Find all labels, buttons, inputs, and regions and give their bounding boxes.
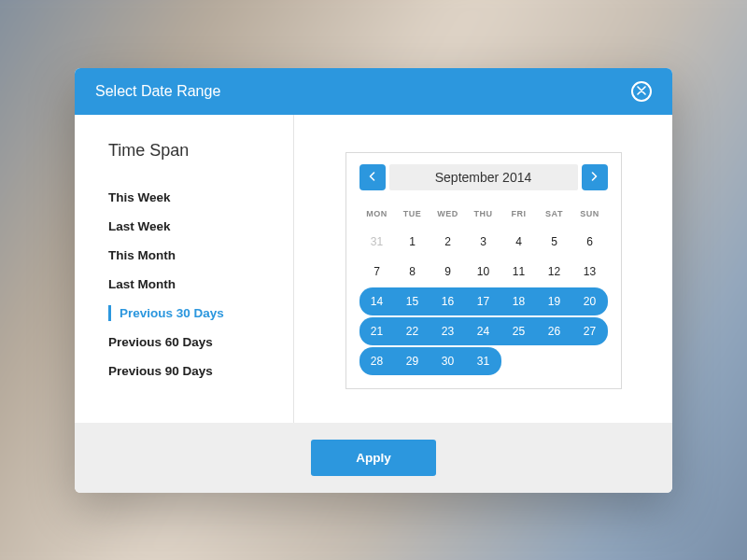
calendar-dow: MON <box>359 203 395 226</box>
calendar-day[interactable]: 22 <box>395 317 430 345</box>
calendar-day[interactable]: 11 <box>501 258 537 286</box>
calendar-day[interactable]: 10 <box>466 258 501 286</box>
calendar-month-label: September 2014 <box>389 164 578 190</box>
apply-button[interactable]: Apply <box>311 440 436 476</box>
calendar-day[interactable]: 13 <box>572 258 608 286</box>
calendar: September 2014 MONTUEWEDTHUFRISATSUN3112… <box>345 152 622 389</box>
calendar-day[interactable]: 29 <box>395 347 430 375</box>
calendar-day[interactable]: 28 <box>359 347 395 375</box>
calendar-day[interactable]: 4 <box>501 228 537 256</box>
calendar-day[interactable]: 16 <box>430 287 466 315</box>
calendar-day[interactable]: 8 <box>395 258 430 286</box>
calendar-day[interactable]: 6 <box>572 228 608 256</box>
calendar-day[interactable]: 26 <box>537 317 572 345</box>
date-range-modal: Select Date Range Time Span This WeekLas… <box>75 68 672 493</box>
calendar-day[interactable]: 19 <box>537 287 572 315</box>
chevron-left-icon <box>369 171 375 184</box>
calendar-day[interactable]: 12 <box>537 258 572 286</box>
modal-title: Select Date Range <box>95 83 220 100</box>
timespan-option[interactable]: Previous 60 Days <box>108 328 293 357</box>
calendar-day[interactable]: 17 <box>466 287 501 315</box>
next-month-button[interactable] <box>582 164 608 190</box>
calendar-day[interactable]: 3 <box>466 228 501 256</box>
timespan-option[interactable]: Previous 90 Days <box>108 357 293 385</box>
calendar-day[interactable]: 31 <box>359 228 395 256</box>
prev-month-button[interactable] <box>359 164 386 190</box>
calendar-day[interactable]: 20 <box>572 287 608 315</box>
timespan-option[interactable]: Last Month <box>108 270 293 299</box>
close-button[interactable] <box>631 81 652 102</box>
calendar-day[interactable]: 5 <box>537 228 572 256</box>
timespan-option[interactable]: Previous 30 Days <box>108 299 293 328</box>
modal-header: Select Date Range <box>75 68 672 115</box>
calendar-dow: SUN <box>572 203 608 226</box>
timespan-sidebar: Time Span This WeekLast WeekThis MonthLa… <box>75 115 294 423</box>
calendar-day[interactable]: 24 <box>466 317 501 345</box>
calendar-dow: WED <box>430 203 466 226</box>
calendar-day[interactable]: 1 <box>395 228 430 256</box>
timespan-option[interactable]: Last Week <box>108 212 293 241</box>
calendar-day[interactable]: 27 <box>572 317 608 345</box>
calendar-day[interactable]: 30 <box>430 347 466 375</box>
calendar-day[interactable]: 9 <box>430 258 466 286</box>
timespan-list: This WeekLast WeekThis MonthLast MonthPr… <box>108 183 293 385</box>
calendar-pane: September 2014 MONTUEWEDTHUFRISATSUN3112… <box>294 115 672 423</box>
close-icon <box>637 85 646 97</box>
calendar-dow: FRI <box>501 203 537 226</box>
calendar-day[interactable]: 7 <box>359 258 395 286</box>
calendar-day[interactable]: 23 <box>430 317 466 345</box>
timespan-option[interactable]: This Month <box>108 241 293 270</box>
chevron-right-icon <box>591 171 598 184</box>
calendar-day[interactable]: 31 <box>466 347 501 375</box>
calendar-day[interactable]: 18 <box>501 287 537 315</box>
calendar-day[interactable]: 25 <box>501 317 537 345</box>
modal-footer: Apply <box>75 423 672 493</box>
calendar-day[interactable]: 21 <box>359 317 395 345</box>
calendar-header: September 2014 <box>359 164 608 190</box>
calendar-grid: MONTUEWEDTHUFRISATSUN3112345678910111213… <box>359 203 608 375</box>
calendar-day[interactable]: 15 <box>395 287 430 315</box>
calendar-day[interactable]: 2 <box>430 228 466 256</box>
sidebar-title: Time Span <box>108 141 293 161</box>
calendar-day[interactable]: 14 <box>359 287 395 315</box>
calendar-dow: TUE <box>395 203 430 226</box>
timespan-option[interactable]: This Week <box>108 183 293 212</box>
calendar-dow: THU <box>466 203 501 226</box>
calendar-dow: SAT <box>537 203 572 226</box>
modal-body: Time Span This WeekLast WeekThis MonthLa… <box>75 115 672 423</box>
